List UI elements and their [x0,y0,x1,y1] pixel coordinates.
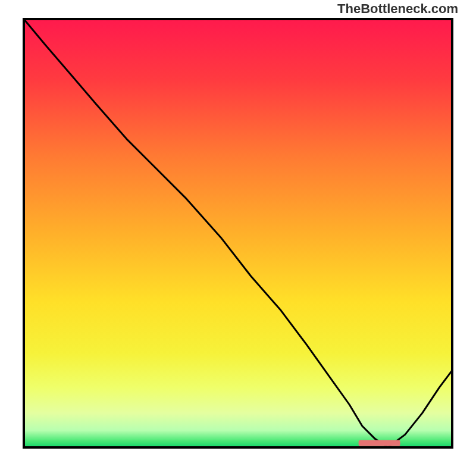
attribution-text: TheBottleneck.com [337,1,458,16]
bottleneck-chart: TheBottleneck.com [0,0,476,476]
optimal-marker [359,440,400,446]
plot-area [24,19,452,447]
